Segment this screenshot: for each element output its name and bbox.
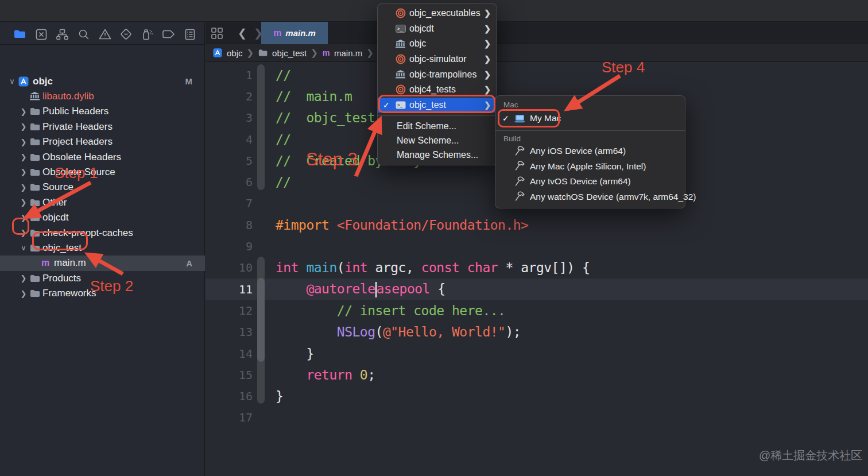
line-number: 15 (206, 368, 253, 382)
folder-icon (30, 183, 40, 191)
sidebar-item-public-headers[interactable]: ❯Public Headers (0, 104, 205, 119)
submenu-chevron-icon: ❯ (484, 39, 491, 48)
change-ribbon (257, 278, 265, 362)
sidebar-item-objcdt[interactable]: ❯objcdt (0, 210, 205, 226)
sidebar-item-obsolete-source[interactable]: ❯Obsolete Source (0, 164, 205, 180)
scheme-menu-item-objc-trampolines[interactable]: objc-trampolines❯ (378, 67, 497, 82)
navigator-sidebar: ∨objcMlibauto.dylib❯Public Headers❯Priva… (0, 22, 205, 476)
menu-separator (378, 115, 497, 116)
breadcrumb-separator: ❯ (311, 48, 318, 58)
chevron-right-icon[interactable]: ❯ (20, 153, 28, 161)
chevron-right-icon[interactable]: ❯ (20, 168, 28, 176)
line-number: 9 (206, 239, 253, 253)
app-icon (213, 48, 222, 57)
sidebar-item-products[interactable]: ❯Products (0, 270, 205, 286)
target-icon (396, 54, 406, 64)
navigator-tab-search-icon[interactable] (78, 28, 90, 40)
navigator-tab-tests-icon[interactable] (120, 28, 132, 40)
destination-section-header: Build (495, 133, 685, 144)
sidebar-item-other[interactable]: ❯Other (0, 195, 205, 210)
scheme-menu-item-objc-test[interactable]: ✓>_objc_test❯ (378, 98, 497, 113)
chevron-right-icon[interactable]: ❯ (20, 198, 28, 207)
library-icon (30, 92, 40, 100)
code-line-16[interactable]: 16} (206, 386, 868, 407)
destination-item-any-ios-device-arm64-[interactable]: Any iOS Device (arm64) (495, 144, 685, 159)
chevron-right-icon[interactable]: ❯ (20, 289, 28, 298)
sidebar-item-project-root[interactable]: ∨objcM (0, 73, 205, 89)
tab-overview-icon[interactable] (211, 28, 223, 41)
destination-menu: Mac✓My MacBuildAny iOS Device (arm64)Any… (495, 95, 685, 208)
code-line-11[interactable]: 11 @autoreleasepool { (206, 278, 868, 300)
terminal-icon: >_ (396, 25, 406, 33)
code-line-13[interactable]: 13 NSLog(@"Hello, World!"); (206, 322, 868, 343)
code-line-14[interactable]: 14 } (206, 343, 868, 364)
terminal-light-icon: >_ (396, 101, 406, 109)
scheme-menu-item-objc-executables[interactable]: objc_executables❯ (378, 6, 497, 21)
sidebar-item-obsolete-headers[interactable]: ❯Obsolete Headers (0, 149, 205, 165)
scheme-menu-item-objc-simulator[interactable]: objc-simulator❯ (378, 52, 497, 67)
navigator-tab-breakpoints-icon[interactable] (162, 28, 175, 40)
scheme-menu-action-edit-scheme-[interactable]: Edit Scheme... (378, 119, 497, 133)
destination-item-my-mac[interactable]: ✓My Mac (495, 110, 685, 127)
chevron-right-icon[interactable]: ❯ (20, 138, 28, 146)
line-number: 17 (206, 411, 253, 424)
breadcrumb-item-objc-test[interactable]: objc_test (258, 48, 307, 58)
chevron-right-icon[interactable]: ❯ (20, 183, 28, 192)
chevron-right-icon[interactable]: ❯ (20, 229, 28, 237)
folder-icon (30, 229, 40, 237)
objc-file-icon: m (273, 28, 281, 38)
back-chevron-icon[interactable]: ❮ (238, 26, 247, 40)
navigator-tab-project-icon[interactable] (14, 28, 26, 40)
navigator-tab-symbols-icon[interactable] (56, 28, 68, 40)
line-number: 16 (206, 389, 253, 403)
svg-text:>_: >_ (397, 26, 403, 32)
destination-item-any-watchos-device-armv7k-arm64-32-[interactable]: Any watchOS Device (armv7k, arm64_32) (495, 189, 685, 205)
scheme-menu-item-objcdt[interactable]: >_objcdt❯ (378, 21, 497, 37)
scheme-menu-action-new-scheme-[interactable]: New Scheme... (378, 133, 497, 148)
line-number: 11 (206, 282, 253, 296)
sidebar-item-libauto-dylib[interactable]: libauto.dylib (0, 88, 205, 104)
tab-main-m[interactable]: m main.m (261, 22, 328, 44)
line-number: 14 (206, 347, 253, 361)
breadcrumb-item-objc[interactable]: objc (212, 48, 243, 58)
navigator-tab-close-box-icon[interactable] (35, 28, 47, 40)
line-number: 5 (206, 154, 253, 168)
chevron-down-icon[interactable]: ∨ (8, 77, 16, 86)
sidebar-item-project-headers[interactable]: ❯Project Headers (0, 134, 205, 150)
folder-icon (30, 244, 40, 252)
code-line-17[interactable]: 17 (206, 407, 868, 428)
chevron-right-icon[interactable]: ❯ (20, 274, 28, 282)
scheme-menu-item-objc4-tests[interactable]: objc4_tests❯ (378, 82, 497, 98)
sidebar-item-main-m[interactable]: mmain.mA (0, 256, 205, 271)
breadcrumb-item-main-m[interactable]: mmain.m (322, 48, 362, 58)
m-file-icon: m (322, 48, 330, 57)
library-icon (396, 40, 405, 48)
destination-item-any-mac-apple-silicon-intel-[interactable]: Any Mac (Apple Silicon, Intel) (495, 159, 685, 175)
code-line-8[interactable]: 8#import <Foundation/Foundation.h> (206, 214, 868, 235)
sidebar-item-check-preopt-caches[interactable]: ❯check-preopt-caches (0, 225, 205, 241)
code-line-1[interactable]: 1// (206, 64, 868, 86)
chevron-down-icon[interactable]: ∨ (20, 243, 28, 252)
chevron-right-icon[interactable]: ❯ (20, 214, 28, 222)
scheme-menu-item-objc[interactable]: objc❯ (378, 36, 497, 52)
navigator-tab-issues-icon[interactable] (99, 28, 111, 40)
status-badge: M (185, 76, 193, 86)
sidebar-item-source[interactable]: ❯Source (0, 180, 205, 195)
line-number: 13 (206, 325, 253, 339)
code-line-12[interactable]: 12 // insert code here... (206, 300, 868, 321)
chevron-right-icon[interactable]: ❯ (20, 107, 28, 116)
scheme-menu-action-manage-schemes-[interactable]: Manage Schemes... (378, 148, 497, 162)
target-icon (396, 8, 406, 18)
watermark: @稀土掘金技术社区 (759, 448, 862, 463)
sidebar-item-objc-test[interactable]: ∨objc_test (0, 240, 205, 256)
chevron-right-icon[interactable]: ❯ (20, 122, 28, 131)
navigator-tab-reports-icon[interactable] (184, 28, 196, 40)
code-line-15[interactable]: 15 return 0; (206, 364, 868, 385)
navigator-tab-debug-icon[interactable] (141, 28, 153, 40)
destination-item-any-tvos-device-arm64-[interactable]: Any tvOS Device (arm64) (495, 174, 685, 189)
sidebar-item-frameworks[interactable]: ❯Frameworks (0, 286, 205, 301)
code-line-9[interactable]: 9 (206, 235, 868, 257)
code-line-10[interactable]: 10int main(int argc, const char * argv[]… (206, 257, 868, 278)
sidebar-item-private-headers[interactable]: ❯Private Headers (0, 119, 205, 134)
hammer-icon (514, 176, 526, 187)
